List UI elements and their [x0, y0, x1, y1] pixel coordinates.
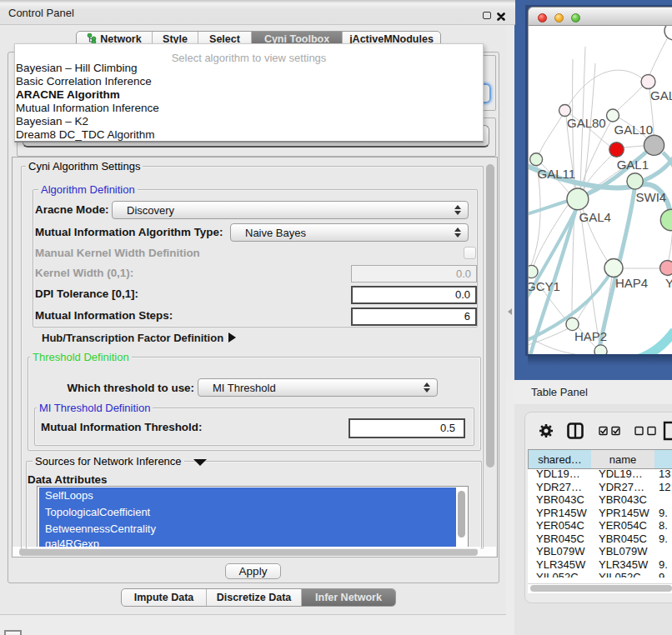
svg-text:GAL11: GAL11 — [538, 167, 576, 181]
svg-text:HAP2: HAP2 — [574, 329, 607, 343]
svg-text:GAL80: GAL80 — [567, 116, 606, 130]
svg-text:GAL2: GAL2 — [650, 88, 672, 102]
svg-text:GCY1: GCY1 — [529, 279, 560, 293]
svg-text:GAL4: GAL4 — [579, 210, 611, 224]
svg-text:HAP4: HAP4 — [615, 276, 648, 290]
svg-text:GAL1: GAL1 — [617, 158, 649, 172]
svg-text:YM: YM — [665, 276, 672, 290]
svg-text:GAL10: GAL10 — [614, 122, 654, 137]
svg-text:SWI4: SWI4 — [636, 190, 667, 204]
